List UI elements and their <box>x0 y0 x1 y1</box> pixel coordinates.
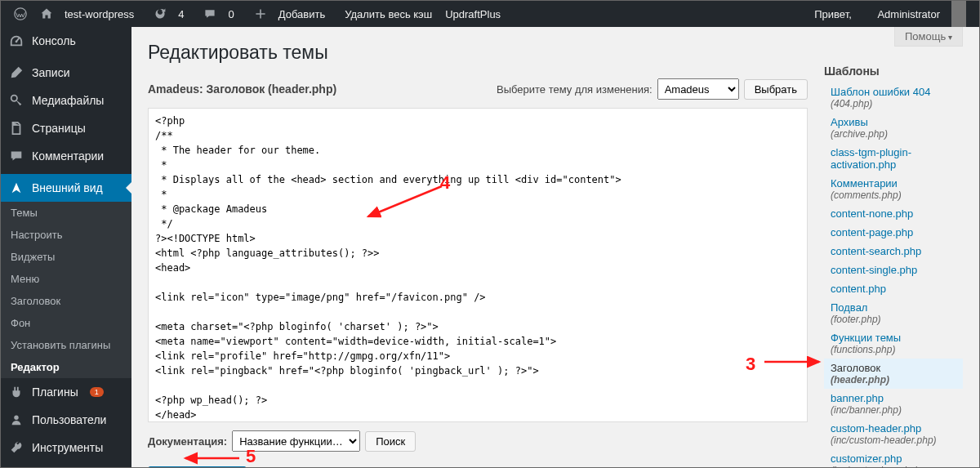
page-title: Редактировать темы <box>148 42 808 64</box>
template-item[interactable]: Архивы(archive.php) <box>824 113 963 143</box>
template-item[interactable]: Подвал(footer.php) <box>824 298 963 328</box>
template-item[interactable]: content-none.php <box>824 204 963 223</box>
menu-posts[interactable]: Записи <box>1 59 131 87</box>
howdy[interactable]: Привет, Administrator <box>801 1 973 27</box>
submenu-customize[interactable]: Настроить <box>1 224 131 246</box>
menu-plugins[interactable]: Плагины1 <box>1 378 131 406</box>
submenu-install-plugins[interactable]: Установить плагины <box>1 334 131 356</box>
template-item[interactable]: custom-header.php(inc/custom-header.php) <box>824 419 963 449</box>
menu-console[interactable]: Консоль <box>1 27 131 55</box>
templates-sidebar: Шаблоны Шаблон ошибки 404(404.php)Архивы… <box>824 35 963 451</box>
plugins-badge: 1 <box>90 387 104 397</box>
submenu-widgets[interactable]: Виджеты <box>1 246 131 268</box>
submenu-header[interactable]: Заголовок <box>1 290 131 312</box>
function-select[interactable]: Название функции… <box>232 430 360 452</box>
template-item[interactable]: content-search.php <box>824 242 963 261</box>
menu-users[interactable]: Пользователи <box>1 406 131 434</box>
appearance-submenu: Темы Настроить Виджеты Меню Заголовок Фо… <box>1 202 131 378</box>
template-item[interactable]: banner.php(inc/banner.php) <box>824 389 963 419</box>
submenu-menus[interactable]: Меню <box>1 268 131 290</box>
help-tab[interactable]: Помощь <box>894 27 963 47</box>
updates-link[interactable]: 4 <box>147 1 197 27</box>
clear-cache-link[interactable]: Удалить весь кэш <box>338 1 439 27</box>
menu-tools[interactable]: Инструменты <box>1 434 131 461</box>
arrow-5 <box>180 450 246 466</box>
menu-pages[interactable]: Страницы <box>1 114 131 142</box>
template-item[interactable]: customizer.php(inc/customizer.php) <box>824 449 963 467</box>
template-item[interactable]: Шаблон ошибки 404(404.php) <box>824 82 963 113</box>
template-item[interactable]: content-single.php <box>824 261 963 279</box>
submenu-editor[interactable]: Редактор <box>1 356 131 378</box>
svg-point-3 <box>14 416 18 420</box>
menu-appearance[interactable]: Внешний вид <box>1 174 131 202</box>
theme-select[interactable]: Amadeus <box>657 78 739 100</box>
admin-menu: Консоль Записи Медиафайлы Страницы Комме… <box>1 27 131 467</box>
template-item[interactable]: Заголовок(header.php) <box>824 359 963 389</box>
theme-select-label: Выберите тему для изменения: <box>497 83 653 96</box>
template-item[interactable]: Функции темы(functions.php) <box>824 328 963 359</box>
submenu-themes[interactable]: Темы <box>1 202 131 224</box>
menu-comments[interactable]: Комментарии <box>1 142 131 170</box>
avatar <box>951 1 966 27</box>
template-item[interactable]: content-page.php <box>824 223 963 242</box>
menu-settings[interactable]: Настройки <box>1 461 131 467</box>
doc-label: Документация: <box>148 435 227 448</box>
template-item[interactable]: class-tgm-plugin-activation.php <box>824 143 963 174</box>
update-file-button[interactable]: Обновить файл <box>148 466 247 467</box>
template-item[interactable]: Комментарии(comments.php) <box>824 174 963 204</box>
new-link[interactable]: Добавить <box>247 1 338 27</box>
site-link[interactable]: test-wordpress <box>33 1 147 27</box>
code-editor[interactable] <box>149 109 807 419</box>
file-description: Amadeus: Заголовок (header.php) <box>148 82 336 96</box>
updraft-link[interactable]: UpdraftPlus <box>439 1 507 27</box>
select-theme-button[interactable]: Выбрать <box>744 79 808 100</box>
doc-search-button[interactable]: Поиск <box>365 431 416 452</box>
content-area: Помощь Редактировать темы Amadeus: Загол… <box>131 27 979 467</box>
admin-toolbar: test-wordpress 4 0 Добавить Удалить весь… <box>1 1 979 27</box>
menu-media[interactable]: Медиафайлы <box>1 87 131 114</box>
comments-link[interactable]: 0 <box>197 1 247 27</box>
submenu-background[interactable]: Фон <box>1 312 131 334</box>
wp-logo[interactable] <box>7 1 33 27</box>
template-item[interactable]: content.php <box>824 279 963 298</box>
templates-heading: Шаблоны <box>824 65 963 78</box>
